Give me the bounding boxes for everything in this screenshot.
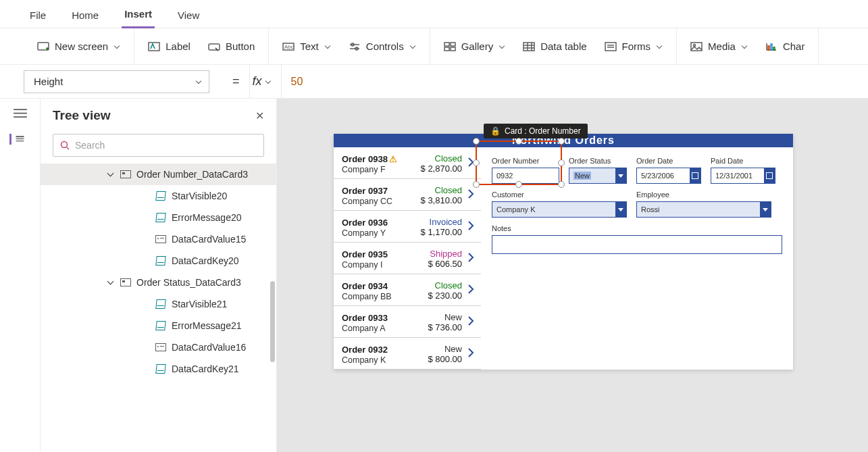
collapse-icon[interactable] bbox=[108, 171, 115, 178]
chevron-right-icon bbox=[467, 252, 474, 266]
chevron-right-icon bbox=[467, 316, 474, 329]
ribbon: New screen Label Button Abc Text Control… bbox=[0, 28, 868, 65]
dropdown-icon bbox=[615, 202, 626, 217]
tree-node-order-number-datacard[interactable]: Order Number_DataCard3 bbox=[41, 164, 276, 185]
tree-label: DataCardKey21 bbox=[172, 363, 239, 374]
scrollbar[interactable] bbox=[270, 281, 275, 362]
property-selector[interactable]: Height bbox=[24, 70, 209, 93]
customer-select[interactable]: Company K bbox=[492, 201, 627, 218]
controls-icon bbox=[349, 41, 361, 53]
selection-box[interactable]: 🔒 Card : Order Number bbox=[476, 141, 562, 185]
text-icon: Abc bbox=[282, 41, 295, 53]
tree-node-starvisible21[interactable]: StarVisible21 bbox=[41, 293, 276, 315]
label-icon bbox=[148, 41, 160, 53]
tree-node-order-status-datacard[interactable]: Order Status_DataCard3 bbox=[41, 272, 276, 293]
hamburger-icon[interactable] bbox=[13, 108, 28, 119]
left-rail bbox=[0, 99, 41, 452]
order-company: Company CC bbox=[342, 197, 421, 206]
tree-label: Order Number_DataCard3 bbox=[136, 169, 248, 180]
order-status-select[interactable]: New bbox=[569, 168, 627, 184]
menu-home[interactable]: Home bbox=[69, 5, 101, 28]
new-screen-button[interactable]: New screen bbox=[37, 41, 120, 53]
tree-node-errormessage21[interactable]: ErrorMessage21 bbox=[41, 315, 276, 336]
order-date-input[interactable]: 5/23/2006 bbox=[636, 168, 701, 184]
tree-label: ErrorMessage21 bbox=[172, 320, 242, 331]
chart-dropdown[interactable]: Char bbox=[765, 41, 805, 53]
control-icon bbox=[155, 234, 166, 244]
order-amount: $ 1,170.00 bbox=[421, 227, 462, 237]
paid-date-input[interactable]: 12/31/2001 bbox=[711, 168, 775, 184]
fx-button[interactable]: fx bbox=[249, 65, 281, 98]
order-row[interactable]: Order 0932Company KNew$ 800.00 bbox=[334, 338, 481, 370]
menu-view[interactable]: View bbox=[175, 5, 202, 28]
label-button[interactable]: Label bbox=[148, 41, 190, 53]
order-row[interactable]: Order 0936Company YInvoiced$ 1,170.00 bbox=[334, 211, 481, 243]
tree-view-icon[interactable] bbox=[9, 134, 24, 145]
svg-rect-2 bbox=[209, 44, 220, 50]
menu-bar: File Home Insert View bbox=[0, 0, 868, 28]
order-row[interactable]: Order 0933Company ANew$ 736.00 bbox=[334, 306, 481, 338]
notes-input[interactable] bbox=[492, 235, 782, 254]
svg-point-18 bbox=[61, 142, 68, 148]
tree-node-datacardkey20[interactable]: DataCardKey20 bbox=[41, 250, 276, 272]
order-row[interactable]: Order 0937Company CCClosed$ 3,810.00 bbox=[334, 179, 481, 211]
employee-select[interactable]: Rossi bbox=[636, 201, 771, 218]
order-date-label: Order Date bbox=[636, 157, 701, 165]
collapse-icon[interactable] bbox=[108, 279, 115, 286]
tree-node-starvisible20[interactable]: StarVisible20 bbox=[41, 185, 276, 207]
main-area: Tree view ✕ Search Order Number_DataCard… bbox=[0, 99, 868, 452]
order-amount: $ 3,810.00 bbox=[421, 195, 462, 205]
chevron-down-icon bbox=[409, 43, 416, 50]
order-amount: $ 606.50 bbox=[428, 259, 462, 269]
menu-insert[interactable]: Insert bbox=[122, 4, 155, 28]
formula-input[interactable]: 50 bbox=[281, 65, 868, 98]
datatable-button[interactable]: Data table bbox=[523, 41, 586, 53]
order-row[interactable]: Order 0938⚠Company FClosed$ 2,870.00 bbox=[334, 147, 481, 179]
control-icon bbox=[155, 213, 166, 222]
forms-dropdown[interactable]: Forms bbox=[605, 41, 663, 53]
order-status-label: Order Status bbox=[569, 157, 627, 165]
field-notes: Notes bbox=[492, 224, 782, 254]
text-dropdown[interactable]: Abc Text bbox=[282, 41, 331, 53]
order-id: Order 0932 bbox=[342, 345, 388, 355]
close-icon[interactable]: ✕ bbox=[255, 109, 264, 122]
control-icon bbox=[155, 321, 166, 330]
calendar-icon bbox=[764, 168, 775, 183]
order-row[interactable]: Order 0935Company IShipped$ 606.50 bbox=[334, 243, 481, 274]
tree-label: DataCardValue16 bbox=[172, 342, 246, 353]
svg-text:Abc: Abc bbox=[284, 44, 294, 50]
tree-node-datacardvalue16[interactable]: DataCardValue16 bbox=[41, 336, 276, 358]
order-company: Company Y bbox=[342, 228, 421, 238]
media-dropdown[interactable]: Media bbox=[690, 41, 748, 53]
order-id: Order 0937 bbox=[342, 186, 388, 196]
paid-date-label: Paid Date bbox=[711, 157, 775, 165]
selection-tag-text: Card : Order Number bbox=[505, 126, 581, 136]
ribbon-datatable-label: Data table bbox=[540, 41, 586, 52]
field-order-status: Order Status New bbox=[569, 157, 627, 184]
chevron-down-icon bbox=[324, 43, 331, 50]
field-employee: Employee Rossi bbox=[636, 191, 771, 218]
orders-gallery[interactable]: Order 0938⚠Company FClosed$ 2,870.00Orde… bbox=[334, 147, 481, 370]
datacard-icon bbox=[120, 170, 131, 179]
tree-label: StarVisible21 bbox=[172, 299, 227, 309]
new-screen-label: New screen bbox=[55, 41, 108, 52]
employee-value: Rossi bbox=[641, 205, 660, 214]
chevron-down-icon bbox=[741, 43, 748, 50]
customer-label: Customer bbox=[492, 191, 627, 199]
gallery-dropdown[interactable]: Gallery bbox=[444, 41, 506, 53]
menu-file[interactable]: File bbox=[27, 5, 49, 28]
controls-dropdown[interactable]: Controls bbox=[349, 41, 416, 53]
order-company: Company BB bbox=[342, 292, 428, 301]
order-form: 🔒 Card : Order Number Order Number 0932 bbox=[481, 147, 793, 370]
button-button[interactable]: Button bbox=[208, 41, 255, 53]
dropdown-icon bbox=[615, 168, 626, 183]
tree-node-datacardkey21[interactable]: DataCardKey21 bbox=[41, 358, 276, 380]
tree-node-errormessage20[interactable]: ErrorMessage20 bbox=[41, 207, 276, 228]
design-canvas[interactable]: Northwind Orders Order 0938⚠Company FClo… bbox=[277, 99, 868, 452]
order-id: Order 0933 bbox=[342, 313, 388, 323]
order-row[interactable]: Order 0934Company BBClosed$ 230.00 bbox=[334, 274, 481, 306]
control-icon bbox=[155, 299, 166, 309]
order-status: New bbox=[428, 312, 462, 322]
tree-node-datacardvalue15[interactable]: DataCardValue15 bbox=[41, 228, 276, 250]
tree-search-input[interactable]: Search bbox=[53, 134, 264, 157]
